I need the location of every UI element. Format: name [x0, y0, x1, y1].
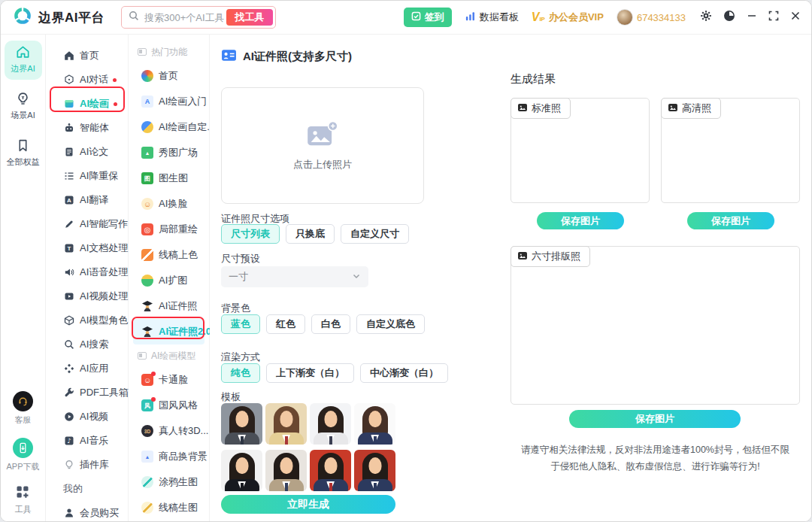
nav-ai-music[interactable]: ♪AI音乐: [46, 429, 128, 453]
nav-ai-video-process[interactable]: AI视频处理: [46, 284, 128, 308]
nav-ai-paper[interactable]: AI论文: [46, 140, 128, 164]
template-photo[interactable]: [354, 450, 395, 491]
size-preset-select[interactable]: 一寸: [221, 266, 368, 287]
template-photo[interactable]: [221, 450, 262, 491]
user-account[interactable]: 674334133: [617, 9, 686, 26]
bg-color-red[interactable]: 红色: [266, 314, 305, 334]
tool-img2img[interactable]: 图图生图: [129, 165, 209, 191]
gallery-folder-icon: ▲: [141, 147, 153, 159]
sidebar-item-boundary-ai[interactable]: 边界AI: [5, 41, 42, 80]
tool-home[interactable]: 首页: [129, 63, 209, 89]
render-vertical-gradient[interactable]: 上下渐变（白）: [266, 363, 354, 383]
render-center-gradient[interactable]: 中心渐变（白）: [360, 363, 448, 383]
tool-doodle[interactable]: 涂鸦生图: [129, 469, 209, 495]
robot-icon: [63, 123, 74, 134]
tool-guofeng-style[interactable]: 风国风风格: [129, 393, 209, 418]
close-icon[interactable]: [790, 11, 801, 24]
nav-plugin-lib[interactable]: 插件库: [46, 453, 128, 477]
tool-draw-intro[interactable]: AAI绘画入门: [129, 89, 209, 114]
logo[interactable]: 边界AI平台: [13, 6, 105, 29]
nav-ai-translate[interactable]: AAI翻译: [46, 188, 128, 212]
nav-ai-search[interactable]: AI搜索: [46, 332, 128, 357]
save-sixinch-button[interactable]: 保存图片: [569, 410, 741, 428]
theme-pie-icon[interactable]: [723, 10, 735, 25]
size-option-custom[interactable]: 自定义尺寸: [341, 224, 409, 244]
search-box[interactable]: 找工具: [121, 6, 276, 29]
customer-service-button[interactable]: 客服: [13, 391, 33, 426]
template-photo[interactable]: [310, 403, 351, 445]
doc-t-icon: T: [63, 243, 74, 254]
nav-ai-dedup[interactable]: AI降重保: [46, 164, 128, 188]
template-photo[interactable]: [310, 450, 351, 491]
panel-icon: [138, 352, 147, 360]
tools-grid-icon: [15, 484, 30, 501]
tool-id-photo[interactable]: AI证件照: [129, 293, 209, 319]
nav-member-purchase[interactable]: 会员购买: [46, 501, 128, 522]
template-photo[interactable]: [265, 403, 307, 445]
hd-photo-box: 高清照: [661, 98, 800, 203]
sixinch-layout-tab: 六寸排版照: [511, 246, 590, 267]
bg-color-white[interactable]: 白色: [311, 314, 350, 334]
tool-cartoon-face[interactable]: ☺卡通脸: [129, 367, 209, 393]
find-tools-button[interactable]: 找工具: [226, 9, 273, 26]
sidebar-item-all-benefits[interactable]: 全部权益: [5, 134, 42, 173]
checkin-button[interactable]: 签到: [404, 8, 452, 27]
nav-agent[interactable]: 智能体: [46, 116, 128, 140]
img2img-icon: 图: [141, 172, 153, 184]
gear-icon[interactable]: [700, 10, 712, 25]
dashboard-link[interactable]: 数据看板: [465, 11, 519, 24]
nav-ai-doc[interactable]: TAI文档处理: [46, 236, 128, 260]
maximize-icon[interactable]: [768, 11, 779, 24]
letter-a-icon: A: [141, 96, 153, 108]
save-hd-button[interactable]: 保存图片: [687, 212, 774, 229]
minimize-icon[interactable]: [747, 11, 757, 24]
tool-lineart-gen[interactable]: 线稿生图: [129, 495, 209, 520]
upload-area[interactable]: 点击上传照片: [221, 87, 424, 204]
bg-color-blue[interactable]: 蓝色: [221, 314, 260, 334]
product-bg-icon: ▲: [141, 451, 153, 463]
app-download-button[interactable]: APP下载: [6, 438, 39, 472]
apps-icon: [63, 363, 74, 375]
bookmark-icon: [16, 138, 30, 154]
generate-button[interactable]: 立即生成: [221, 495, 395, 514]
nav-ai-apps[interactable]: AI应用: [46, 357, 128, 381]
main-content: AI证件照(支持多尺寸) 点击上传照片 证件照尺寸选项 尺寸列表 只换底 自定义…: [210, 35, 811, 521]
render-solid[interactable]: 纯色: [221, 363, 260, 383]
sidebar-item-scene-ai[interactable]: 场景AI: [5, 87, 42, 126]
chat-cube-icon: [63, 74, 74, 86]
nav-ai-video[interactable]: AI视频: [46, 405, 128, 429]
nav-ai-writing[interactable]: AI智能写作: [46, 212, 128, 236]
avatar[interactable]: [617, 9, 633, 26]
nav-pdf-toolbox[interactable]: PDF工具箱: [46, 381, 128, 405]
nav-ai-draw[interactable]: AI绘画: [46, 92, 128, 116]
tool-face-swap[interactable]: ☺AI换脸: [129, 191, 209, 217]
size-option-list[interactable]: 尺寸列表: [221, 224, 280, 244]
bg-color-custom[interactable]: 自定义底色: [356, 314, 425, 334]
nav-ai-model-role[interactable]: AI模型角色: [46, 308, 128, 332]
template-photo[interactable]: [265, 450, 307, 491]
vip-link[interactable]: VIP 办公会员VIP: [532, 11, 604, 24]
nav-ai-chat[interactable]: AI对话: [46, 68, 128, 92]
bg-color-group: 蓝色 红色 白色 自定义底色: [221, 314, 425, 334]
save-standard-button[interactable]: 保存图片: [537, 212, 624, 229]
tool-draw-custom[interactable]: AI绘画自定...: [129, 114, 209, 140]
search-input[interactable]: [143, 11, 226, 24]
tools-button[interactable]: 工具: [14, 484, 31, 515]
size-option-bg-only[interactable]: 只换底: [286, 224, 335, 244]
template-photo[interactable]: [221, 403, 262, 445]
tool-gallery[interactable]: ▲秀图广场: [129, 140, 209, 165]
section-mine: 我的: [46, 477, 128, 501]
speaker-icon: [63, 267, 74, 278]
nav-home[interactable]: 首页: [46, 44, 128, 68]
nav-ai-audio[interactable]: AI语音处理: [46, 260, 128, 284]
tool-lineart-color[interactable]: 线稿上色: [129, 242, 209, 268]
tool-outpaint[interactable]: AI扩图: [129, 268, 209, 293]
tool-inpaint[interactable]: ◎局部重绘: [129, 217, 209, 242]
tool-id-photo-2[interactable]: AI证件照2.0: [133, 319, 205, 344]
page-title: AI证件照(支持多尺寸): [221, 47, 352, 65]
size-option-group: 尺寸列表 只换底 自定义尺寸: [221, 224, 409, 244]
tool-product-bg[interactable]: ▲商品换背景: [129, 444, 209, 469]
render-mode-label: 渲染方式: [221, 351, 260, 364]
tool-real-to-3d[interactable]: 3D真人转3D...: [129, 418, 209, 444]
template-photo[interactable]: [354, 403, 395, 445]
